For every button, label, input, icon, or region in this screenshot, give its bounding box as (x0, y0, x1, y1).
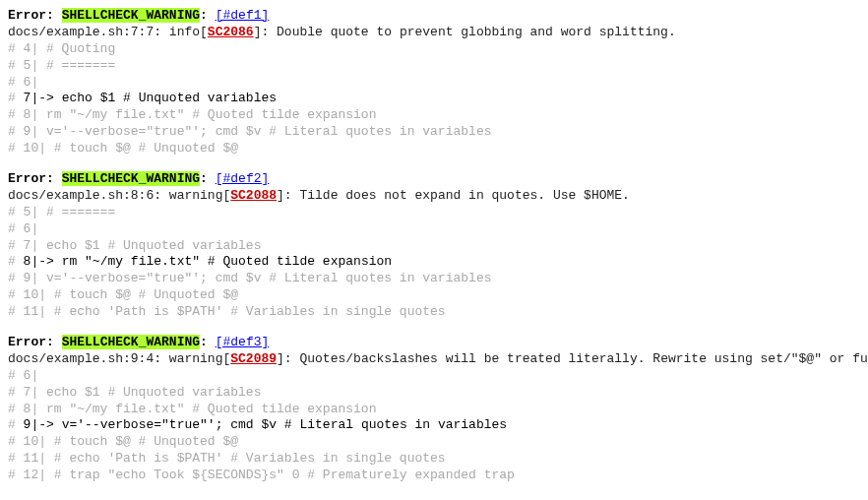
shellcheck-code-link[interactable]: SC2089 (230, 351, 277, 366)
code-line: # 11| # echo 'Path is $PATH' # Variables… (8, 451, 860, 468)
code-line: # 5| # ======= (8, 58, 860, 75)
anchor-link[interactable]: [#def1] (216, 8, 270, 23)
error-label: Error: (8, 335, 54, 349)
context-text: # 4| # Quoting (8, 41, 115, 56)
context-text: # 9| v='--verbose="true"'; cmd $v # Lite… (8, 271, 491, 285)
error-block: Error: SHELLCHECK_WARNING: [#def3]docs/e… (8, 335, 860, 484)
error-label: Error: (8, 171, 54, 186)
colon: : (200, 8, 208, 23)
location-message: ]: Double quote to prevent globbing and … (254, 25, 676, 39)
code-line: # 8| rm "~/my file.txt" # Quoted tilde e… (8, 107, 860, 124)
context-text: # 6| (8, 75, 38, 90)
location-line: docs/example.sh:9:4: warning[SC2089]: Qu… (8, 351, 860, 368)
code-line: # 8| rm "~/my file.txt" # Quoted tilde e… (8, 402, 860, 418)
location-prefix: docs/example.sh:8:6: warning[ (8, 188, 230, 203)
context-text: # 6| (8, 221, 38, 236)
error-block: Error: SHELLCHECK_WARNING: [#def1]docs/e… (8, 8, 860, 157)
code-line: # 6| (8, 368, 860, 385)
gutter-hash: # (8, 91, 16, 105)
code-line: # 5| # ======= (8, 205, 860, 221)
code-line: # 12| # trap "echo Took ${SECONDS}s" 0 #… (8, 468, 860, 484)
context-text: # 10| # touch $@ # Unquoted $@ (8, 287, 238, 302)
location-line: docs/example.sh:8:6: warning[SC2088]: Ti… (8, 188, 860, 205)
code-line: # 9| v='--verbose="true"'; cmd $v # Lite… (8, 271, 860, 287)
error-heading: Error: SHELLCHECK_WARNING: [#def2] (8, 171, 860, 188)
anchor-link[interactable]: [#def3] (216, 335, 270, 349)
code-line: # 6| (8, 75, 860, 92)
colon: : (200, 171, 208, 186)
shellcheck-code-link[interactable]: SC2086 (208, 25, 254, 39)
code-line: # 7| echo $1 # Unquoted variables (8, 385, 860, 402)
location-message: ]: Tilde does not expand in quotes. Use … (277, 188, 630, 203)
location-prefix: docs/example.sh:7:7: info[ (8, 25, 208, 39)
error-heading: Error: SHELLCHECK_WARNING: [#def1] (8, 8, 860, 25)
context-text: # 10| # touch $@ # Unquoted $@ (8, 141, 238, 156)
code-line: # 7| echo $1 # Unquoted variables (8, 238, 860, 255)
error-block: Error: SHELLCHECK_WARNING: [#def2]docs/e… (8, 171, 860, 321)
context-text: # 11| # echo 'Path is $PATH' # Variables… (8, 451, 446, 466)
error-label: Error: (8, 8, 54, 23)
warning-name: SHELLCHECK_WARNING (62, 171, 200, 186)
anchor-link[interactable]: [#def2] (216, 171, 270, 186)
code-line: # 9| v='--verbose="true"'; cmd $v # Lite… (8, 124, 860, 141)
location-line: docs/example.sh:7:7: info[SC2086]: Doubl… (8, 25, 860, 41)
context-text: # 7| echo $1 # Unquoted variables (8, 385, 261, 400)
location-message: ]: Quotes/backslashes will be treated li… (277, 351, 868, 366)
shellcheck-report: Error: SHELLCHECK_WARNING: [#def1]docs/e… (8, 8, 860, 484)
gutter: 9|-> (16, 417, 54, 432)
context-text: # 5| # ======= (8, 205, 115, 219)
code-line-highlight: # 8|-> rm "~/my file.txt" # Quoted tilde… (8, 254, 860, 271)
context-text: # 6| (8, 368, 38, 383)
warning-name: SHELLCHECK_WARNING (62, 8, 200, 23)
code-line: # 10| # touch $@ # Unquoted $@ (8, 434, 860, 451)
gutter-hash: # (8, 254, 16, 269)
gutter: 8|-> (16, 254, 54, 269)
context-text: # 12| # trap "echo Took ${SECONDS}s" 0 #… (8, 468, 515, 482)
code-text: v='--verbose="true"'; cmd $v # Literal q… (54, 417, 507, 432)
colon: : (200, 335, 208, 349)
code-text: rm "~/my file.txt" # Quoted tilde expans… (54, 254, 392, 269)
context-text: # 9| v='--verbose="true"'; cmd $v # Lite… (8, 124, 491, 139)
code-line-highlight: # 7|-> echo $1 # Unquoted variables (8, 91, 860, 107)
context-text: # 8| rm "~/my file.txt" # Quoted tilde e… (8, 107, 376, 122)
code-text: echo $1 # Unquoted variables (54, 91, 277, 105)
code-line: # 11| # echo 'Path is $PATH' # Variables… (8, 304, 860, 321)
error-heading: Error: SHELLCHECK_WARNING: [#def3] (8, 335, 860, 351)
context-text: # 7| echo $1 # Unquoted variables (8, 238, 261, 253)
location-prefix: docs/example.sh:9:4: warning[ (8, 351, 230, 366)
code-line-highlight: # 9|-> v='--verbose="true"'; cmd $v # Li… (8, 417, 860, 434)
shellcheck-code-link[interactable]: SC2088 (230, 188, 277, 203)
warning-name: SHELLCHECK_WARNING (62, 335, 200, 349)
code-line: # 4| # Quoting (8, 41, 860, 58)
code-line: # 10| # touch $@ # Unquoted $@ (8, 287, 860, 304)
gutter-hash: # (8, 417, 16, 432)
code-line: # 6| (8, 221, 860, 238)
context-text: # 5| # ======= (8, 58, 115, 73)
gutter: 7|-> (16, 91, 54, 105)
code-line: # 10| # touch $@ # Unquoted $@ (8, 141, 860, 157)
context-text: # 11| # echo 'Path is $PATH' # Variables… (8, 304, 446, 319)
context-text: # 10| # touch $@ # Unquoted $@ (8, 434, 238, 449)
context-text: # 8| rm "~/my file.txt" # Quoted tilde e… (8, 402, 376, 416)
